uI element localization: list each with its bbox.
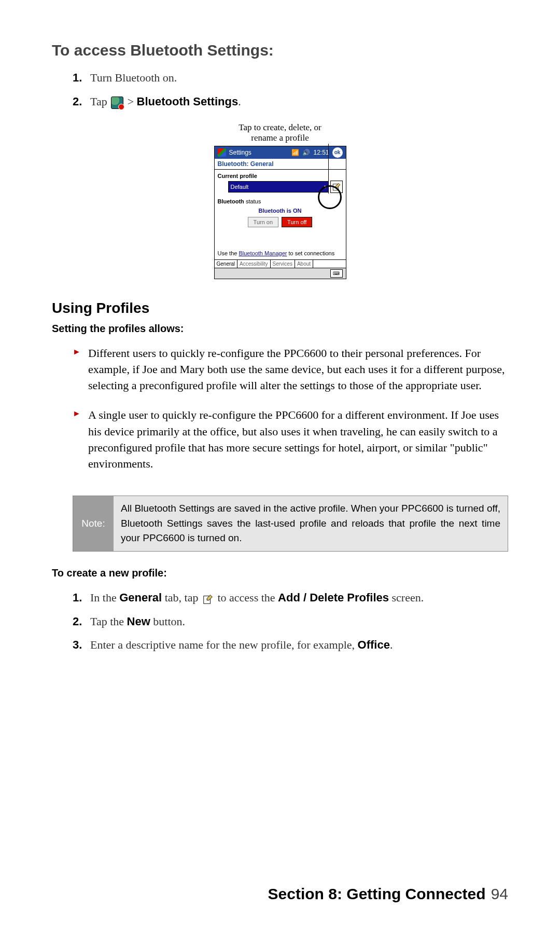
tab-accessibility[interactable]: Accessibility xyxy=(237,260,270,268)
profiles-bullets: Different users to quickly re-configure … xyxy=(52,345,508,486)
create-s1-post: to access the xyxy=(217,591,278,604)
turn-off-button[interactable]: Turn off xyxy=(282,217,312,227)
callout: Settings 📶 🔊 12:51 ok Bluetooth: General… xyxy=(214,146,346,279)
page-footer: Section 8: Getting Connected 94 xyxy=(52,885,508,903)
create-s1-end: screen. xyxy=(389,591,424,604)
device-body: Current profile Default Bluetooth status… xyxy=(215,170,346,259)
footer-page-number: 94 xyxy=(491,885,508,903)
manager-post: to set connections xyxy=(288,250,334,256)
steps-create: In the General tab, tap to access the Ad… xyxy=(52,589,508,661)
step-2-pre: Tap xyxy=(90,95,110,108)
callout-circle-icon xyxy=(318,185,342,209)
tab-general[interactable]: General xyxy=(215,260,238,268)
profile-dropdown-value: Default xyxy=(231,184,249,190)
device-title-bar: Settings 📶 🔊 12:51 ok xyxy=(215,146,346,159)
device-time: 12:51 xyxy=(313,149,329,156)
bluetooth-status-value: Bluetooth is ON xyxy=(218,208,343,214)
bluetooth-manager-link[interactable]: Bluetooth Manager xyxy=(239,250,287,256)
subheading-setting-allows: Setting the profiles allows: xyxy=(52,323,508,335)
status-buttons: Turn on Turn off xyxy=(218,217,343,227)
steps-access: Turn Bluetooth on. Tap > Bluetooth Setti… xyxy=(52,70,508,117)
manager-pre: Use the xyxy=(218,250,239,256)
footer-section: Section 8: Getting Connected xyxy=(268,885,486,903)
device-screen-title: Bluetooth: General xyxy=(215,159,346,170)
note-text: All Bluetooth Settings are saved in the … xyxy=(114,496,508,551)
profiles-icon xyxy=(202,593,214,605)
create-s1-b2: Add / Delete Profiles xyxy=(278,591,389,604)
device-bottom-bar: ⌨ xyxy=(215,268,346,279)
keyboard-icon[interactable]: ⌨ xyxy=(330,269,343,278)
note-label: Note: xyxy=(73,496,114,551)
create-step-2: Tap the New button. xyxy=(73,613,508,630)
figure-caption: Tap to create, delete, or rename a profi… xyxy=(239,122,321,144)
device-screenshot: Settings 📶 🔊 12:51 ok Bluetooth: General… xyxy=(214,146,346,279)
sound-icon: 🔊 xyxy=(302,149,310,156)
figure-caption-l2: rename a profile xyxy=(251,133,309,143)
step-2-bold: Bluetooth Settings xyxy=(137,95,239,108)
create-s1-pre: In the xyxy=(90,591,119,604)
heading-access-bluetooth: To access Bluetooth Settings: xyxy=(52,42,508,59)
create-s2-pre: Tap the xyxy=(90,615,127,628)
create-s1-mid: tab, tap xyxy=(162,591,201,604)
step-1-text: Turn Bluetooth on. xyxy=(90,71,177,84)
tab-about[interactable]: About xyxy=(295,260,313,268)
create-s2-b: New xyxy=(127,615,150,628)
create-s3-post: . xyxy=(390,638,393,651)
manager-hint: Use the Bluetooth Manager to set connect… xyxy=(218,248,343,256)
device-title: Settings xyxy=(229,149,251,156)
turn-on-button[interactable]: Turn on xyxy=(248,217,279,227)
step-2-period: . xyxy=(238,95,241,108)
ok-button[interactable]: ok xyxy=(332,147,343,158)
step-1: Turn Bluetooth on. xyxy=(73,70,508,86)
device-tabs: General Accessibility Services About xyxy=(215,259,346,268)
note-box: Note: All Bluetooth Settings are saved i… xyxy=(73,496,508,552)
create-s2-post: button. xyxy=(150,615,185,628)
create-s3-b: Office xyxy=(358,638,390,651)
step-2-sep: > xyxy=(128,95,137,108)
create-s3-pre: Enter a descriptive name for the new pro… xyxy=(90,638,358,651)
start-icon[interactable] xyxy=(218,148,226,157)
current-profile-label: Current profile xyxy=(218,173,343,179)
bluetooth-tray-icon xyxy=(111,97,123,109)
bullet-2: A single user to quickly re-configure th… xyxy=(73,407,508,472)
create-step-3: Enter a descriptive name for the new pro… xyxy=(73,637,508,653)
create-step-1: In the General tab, tap to access the Ad… xyxy=(73,589,508,606)
create-s1-b1: General xyxy=(119,591,162,604)
figure-caption-l1: Tap to create, delete, or xyxy=(239,122,321,132)
bullet-1: Different users to quickly re-configure … xyxy=(73,345,508,394)
profile-dropdown[interactable]: Default xyxy=(228,181,329,193)
figure: Tap to create, delete, or rename a profi… xyxy=(214,122,346,279)
subheading-create-profile: To create a new profile: xyxy=(52,567,508,579)
signal-icon: 📶 xyxy=(291,149,299,156)
tab-services[interactable]: Services xyxy=(271,260,295,268)
document-page: To access Bluetooth Settings: Turn Bluet… xyxy=(0,0,560,934)
step-2: Tap > Bluetooth Settings. xyxy=(73,93,508,110)
heading-using-profiles: Using Profiles xyxy=(52,300,508,317)
